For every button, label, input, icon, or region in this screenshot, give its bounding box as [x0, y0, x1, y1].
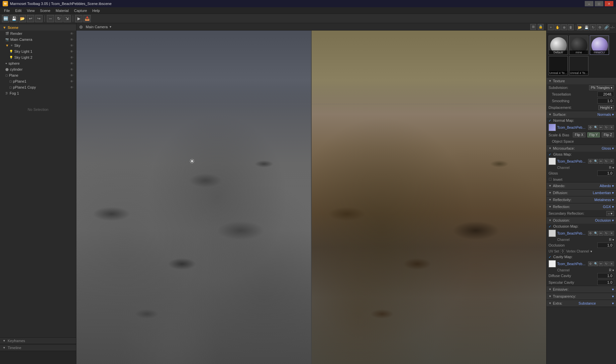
- flipy-btn[interactable]: Flip Y: [587, 132, 600, 137]
- vctrl-lock[interactable]: 🔒: [538, 24, 544, 30]
- normalmap-refresh[interactable]: ↻: [604, 125, 609, 130]
- albedo-value[interactable]: Albedo ▾: [600, 184, 614, 188]
- menu-scene[interactable]: Scene: [37, 7, 53, 14]
- glossmap-remove[interactable]: ✕: [609, 159, 614, 164]
- mat-copy-btn[interactable]: ⊕: [561, 24, 567, 30]
- transparency-section-header[interactable]: ▼ Transparency: ▾: [547, 293, 616, 300]
- emissive-section-header[interactable]: ▼ Emissive: ▾: [547, 286, 616, 293]
- smoothing-value[interactable]: 1.0: [597, 98, 614, 104]
- transparency-value[interactable]: ▾: [612, 294, 614, 299]
- normalmap-search[interactable]: 🔍: [593, 125, 598, 130]
- toolbar-undo[interactable]: ↩: [27, 15, 34, 22]
- cavmap-check[interactable]: ✓: [549, 255, 551, 259]
- close-button[interactable]: ✕: [605, 1, 613, 6]
- normalmap-remove[interactable]: ✕: [609, 125, 614, 130]
- sun-cursor-icon[interactable]: ☀: [189, 157, 196, 164]
- mat-refresh-btn[interactable]: ↻: [590, 24, 596, 30]
- toolbar-redo[interactable]: ↪: [35, 15, 43, 22]
- cavmap-edit[interactable]: ✏: [599, 261, 603, 266]
- uv-set-num[interactable]: 0: [561, 249, 565, 254]
- toolbar-new[interactable]: 🆕: [2, 15, 9, 22]
- mat-preview-mineclr[interactable]: mineCLr: [590, 36, 609, 55]
- tree-item-skylight2[interactable]: 💡 Sky Light 2 👁: [0, 54, 76, 60]
- glossmap-search[interactable]: 🔍: [593, 159, 598, 164]
- mat-save-btn[interactable]: 💾: [583, 24, 589, 30]
- cav-channel-value[interactable]: R ▾: [609, 268, 614, 272]
- occmap-settings[interactable]: ⚙: [588, 231, 593, 236]
- toolbar-open[interactable]: 📂: [19, 15, 26, 22]
- tree-item-fog[interactable]: 🌫 Fog 1: [0, 90, 76, 96]
- normalmap-settings[interactable]: ⚙: [588, 125, 593, 130]
- diffusion-value[interactable]: Lambertian ▾: [593, 191, 614, 195]
- tree-item-pplane1[interactable]: ◻ pPlane1 👁: [0, 78, 76, 84]
- normalmap-edit[interactable]: ✏: [599, 125, 603, 130]
- reflectivity-section-header[interactable]: ▼ Reflectivity: Metalness ▾: [547, 196, 616, 203]
- toolbar-move[interactable]: ↔: [47, 15, 54, 22]
- toolbar-scale[interactable]: ⇲: [63, 15, 71, 22]
- menu-view[interactable]: View: [24, 7, 38, 14]
- glossmap-settings[interactable]: ⚙: [588, 159, 593, 164]
- surface-value[interactable]: Normals ▾: [597, 112, 614, 117]
- gloss-channel-value[interactable]: R ▾: [609, 166, 614, 170]
- tree-item-pplane1copy[interactable]: ◻ pPlane1 Copy 👁: [0, 84, 76, 90]
- cavmap-remove[interactable]: ✕: [609, 261, 614, 266]
- microsurface-value[interactable]: Gloss ▾: [602, 146, 614, 151]
- maximize-button[interactable]: □: [595, 1, 603, 6]
- viewport-camera-tab[interactable]: Main Camera ▼: [86, 25, 112, 29]
- surface-section-header[interactable]: ▼ Surface: Normals ▾: [547, 111, 616, 118]
- occlusion-section-value[interactable]: Occlusion ▾: [595, 218, 614, 223]
- subdivision-dropdown[interactable]: PN Triangles ▾: [589, 85, 614, 90]
- microsurface-section-header[interactable]: ▼ Microsurface: Gloss ▾: [547, 145, 616, 152]
- occlusion-section-header[interactable]: ▼ Occlusion: Occlusion ▾: [547, 217, 616, 224]
- tree-item-skylight1[interactable]: 💡 Sky Light 1 👁: [0, 48, 76, 54]
- occ-value[interactable]: 1.0: [597, 243, 614, 248]
- emissive-value[interactable]: ▾: [612, 287, 614, 292]
- occmap-edit[interactable]: ✏: [599, 231, 603, 236]
- menu-edit[interactable]: Edit: [13, 7, 24, 14]
- mat-hand-btn[interactable]: ✋: [555, 24, 561, 30]
- normalmap-check[interactable]: ✓: [549, 119, 551, 122]
- tree-item-plane[interactable]: ◻ Plane 👁: [0, 72, 76, 78]
- mat-preview-mine[interactable]: mine: [569, 36, 588, 55]
- occmap-refresh[interactable]: ↻: [604, 231, 609, 236]
- specular-cavity-value[interactable]: 1.0: [597, 280, 614, 285]
- glossmap-edit[interactable]: ✏: [599, 159, 603, 164]
- toolbar-import[interactable]: 📥: [83, 15, 91, 22]
- occ-channel-value[interactable]: R ▾: [609, 238, 614, 242]
- toolbar-rotate[interactable]: ↻: [55, 15, 62, 22]
- mat-preview-unreal1[interactable]: Unreal 4 Te...: [549, 56, 568, 75]
- glossmap-refresh[interactable]: ↻: [604, 159, 609, 164]
- menu-help[interactable]: Help: [90, 7, 103, 14]
- vertex-ch-val[interactable]: ▾: [590, 250, 592, 253]
- toolbar-render[interactable]: ▶: [75, 15, 82, 22]
- menu-file[interactable]: File: [1, 7, 13, 14]
- diffuse-cavity-value[interactable]: 1.0: [597, 273, 614, 278]
- invert-check[interactable]: ☐: [549, 177, 552, 182]
- toolbar-save[interactable]: 💾: [10, 15, 18, 22]
- cavmap-search[interactable]: 🔍: [593, 261, 598, 266]
- menu-material[interactable]: Material: [53, 7, 71, 14]
- left-viewport-pane[interactable]: ☀: [76, 31, 311, 364]
- mat-load-btn[interactable]: 📂: [577, 24, 583, 30]
- flipx-btn[interactable]: Flip X: [573, 132, 585, 137]
- menu-capture[interactable]: Capture: [71, 7, 90, 14]
- diffusion-section-header[interactable]: ▼ Diffusion: Lambertian ▾: [547, 189, 616, 196]
- albedo-section-header[interactable]: ▼ Albedo: Albedo ▾: [547, 182, 616, 189]
- occmap-search[interactable]: 🔍: [593, 231, 598, 236]
- extra-value[interactable]: ▾: [612, 301, 614, 306]
- tessellation-value[interactable]: 2048.: [597, 92, 614, 97]
- mat-add-btn[interactable]: +: [548, 24, 554, 30]
- mat-settings-btn[interactable]: ⚙: [597, 24, 603, 30]
- texture-section-header[interactable]: ▼ Texture: [547, 78, 616, 84]
- tree-item-sphere[interactable]: ● sphere 👁: [0, 60, 76, 66]
- tree-item-camera[interactable]: 📷 Main Camera 👁: [0, 36, 76, 42]
- flipz-btn[interactable]: Flip Z: [602, 132, 614, 137]
- gloss-value[interactable]: 1.0: [597, 171, 614, 176]
- tree-item-sky[interactable]: ▼ ☀ Sky 👁: [0, 42, 76, 48]
- glossmap-check[interactable]: ✓: [549, 153, 551, 156]
- vctrl-wireframe[interactable]: ⊞: [530, 24, 536, 30]
- mat-preview-unreal2[interactable]: Unreal 4 Te...: [569, 56, 588, 75]
- displacement-dropdown[interactable]: Height ▾: [598, 105, 614, 110]
- occmap-check[interactable]: ✓: [549, 225, 551, 228]
- mat-delete-btn[interactable]: 🗑: [568, 24, 574, 30]
